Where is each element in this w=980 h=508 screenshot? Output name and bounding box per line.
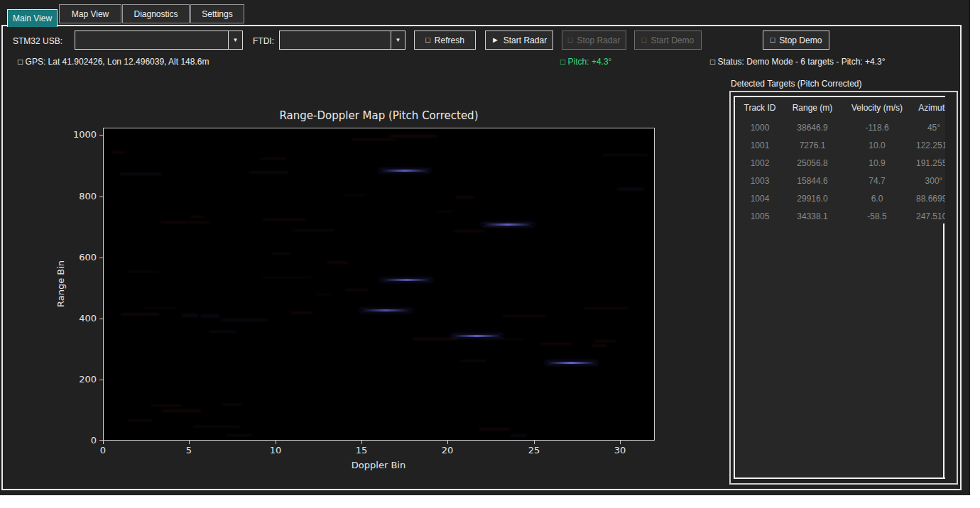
target-detection-streak: [451, 335, 503, 337]
radar-app-window: Main View Map View Diagnostics Settings …: [0, 0, 970, 495]
cell-azimuth: 300°: [914, 176, 945, 186]
cell-velocity: 6.0: [840, 194, 914, 204]
refresh-icon: □: [425, 36, 430, 44]
ftdi-port-value: [280, 31, 391, 49]
refresh-button[interactable]: □ Refresh: [414, 31, 476, 50]
x-tick-mark: [276, 441, 276, 444]
table-scrollbar[interactable]: [943, 223, 944, 479]
clutter-noise: [479, 428, 511, 431]
y-tick-mark: [99, 258, 103, 258]
table-row[interactable]: 1003 15844.6 74.7 300°: [735, 172, 945, 189]
play-icon: ►: [491, 36, 499, 44]
stop-demo-button-label: Stop Demo: [779, 35, 822, 45]
stop-icon: □: [771, 36, 775, 44]
stop-radar-button-label: Stop Radar: [577, 35, 620, 45]
cell-range: 29916.0: [785, 194, 840, 204]
y-tick-mark: [99, 197, 103, 197]
table-row[interactable]: 1000 38646.9 -118.6 45°: [735, 118, 945, 136]
clutter-noise: [413, 338, 457, 341]
cell-azimuth: 122.2510: [914, 140, 945, 150]
cell-azimuth: 45°: [914, 123, 945, 133]
x-tick-mark: [534, 441, 535, 444]
col-header-range[interactable]: Range (m): [785, 103, 840, 113]
col-header-azimuth[interactable]: Azimuth: [914, 103, 945, 113]
x-tick-label: 25: [520, 445, 548, 456]
clutter-noise: [190, 216, 206, 219]
clutter-noise: [144, 307, 175, 309]
y-tick-label: 1000: [62, 129, 97, 140]
tab-main-view[interactable]: Main View: [7, 9, 58, 27]
targets-panel-title: Detected Targets (Pitch Corrected): [731, 79, 862, 89]
tab-diagnostics-label: Diagnostics: [134, 9, 178, 19]
y-tick-mark: [99, 380, 103, 380]
table-row[interactable]: 1005 34338.1 -58.5 247.5104: [735, 207, 945, 225]
clutter-noise: [121, 313, 160, 316]
start-radar-button-label: Start Radar: [503, 35, 547, 45]
table-row[interactable]: 1002 25056.8 10.9 191.2552: [735, 154, 945, 172]
tab-settings-label: Settings: [202, 9, 232, 19]
clutter-noise: [540, 343, 572, 345]
cell-azimuth: 247.5104: [914, 211, 945, 221]
ftdi-port-select[interactable]: ▼: [279, 31, 405, 50]
clutter-noise: [161, 409, 202, 412]
stm32-port-value: [75, 31, 228, 49]
x-tick-label: 0: [89, 445, 117, 456]
stop-demo-button[interactable]: □ Stop Demo: [763, 31, 829, 50]
stm32-usb-label: STM32 USB:: [13, 36, 62, 46]
clutter-noise: [127, 419, 152, 422]
range-doppler-plot: [103, 128, 655, 441]
stm32-port-select[interactable]: ▼: [75, 31, 243, 50]
cell-range: 34338.1: [785, 211, 840, 221]
start-radar-button[interactable]: ► Start Radar: [485, 31, 553, 50]
cell-track-id: 1004: [735, 194, 785, 204]
tab-main-view-label: Main View: [13, 13, 52, 23]
x-tick-label: 10: [261, 445, 290, 456]
clutter-noise: [290, 311, 313, 314]
stop-radar-button[interactable]: □ Stop Radar: [562, 31, 626, 50]
clutter-noise: [222, 404, 242, 405]
table-row[interactable]: 1001 7276.1 10.0 122.2510: [735, 136, 945, 154]
ftdi-label: FTDI:: [253, 36, 274, 46]
cell-track-id: 1003: [735, 176, 785, 186]
col-header-track-id[interactable]: Track ID: [735, 103, 785, 113]
clutter-noise: [193, 426, 241, 428]
x-tick-mark: [447, 441, 448, 444]
clutter-noise: [344, 194, 366, 196]
clutter-noise: [510, 434, 527, 437]
x-tick-label: 5: [175, 445, 203, 456]
targets-table[interactable]: Track ID Range (m) Velocity (m/s) Azimut…: [734, 96, 945, 479]
demo-status-text: □ Status: Demo Mode - 6 targets - Pitch:…: [710, 57, 886, 67]
x-tick-label: 15: [347, 445, 376, 456]
clutter-noise: [602, 154, 647, 156]
y-axis-label: Range Bin: [55, 260, 66, 307]
clutter-noise: [487, 226, 511, 228]
clutter-noise: [111, 151, 126, 153]
cell-azimuth: 191.2552: [914, 158, 945, 168]
cell-track-id: 1000: [735, 123, 785, 133]
y-tick-mark: [99, 319, 103, 319]
gps-status-text: □ GPS: Lat 41.902426, Lon 12.496039, Alt…: [18, 57, 209, 67]
col-header-velocity[interactable]: Velocity (m/s): [840, 103, 914, 113]
y-tick-label: 800: [62, 191, 97, 202]
tab-map-view-label: Map View: [72, 9, 109, 19]
target-detection-streak: [360, 309, 412, 311]
clutter-noise: [594, 340, 616, 343]
clutter-noise: [315, 294, 330, 295]
cell-velocity: 74.7: [840, 176, 914, 186]
refresh-button-label: Refresh: [435, 35, 464, 45]
y-tick-label: 600: [62, 252, 97, 263]
x-tick-mark: [620, 441, 621, 444]
table-row[interactable]: 1004 29916.0 6.0 88.66998: [735, 189, 945, 207]
clutter-noise: [389, 135, 438, 138]
stop-icon: □: [568, 36, 573, 44]
tab-diagnostics[interactable]: Diagnostics: [122, 4, 190, 23]
clutter-noise: [227, 434, 251, 436]
chevron-down-icon[interactable]: ▼: [391, 31, 405, 49]
y-tick-label: 400: [62, 313, 97, 324]
cell-velocity: -58.5: [840, 211, 914, 221]
tab-settings[interactable]: Settings: [190, 4, 244, 23]
start-demo-button[interactable]: □ Start Demo: [634, 31, 702, 50]
clutter-noise: [151, 404, 183, 406]
chevron-down-icon[interactable]: ▼: [228, 31, 242, 49]
tab-map-view[interactable]: Map View: [59, 4, 121, 23]
